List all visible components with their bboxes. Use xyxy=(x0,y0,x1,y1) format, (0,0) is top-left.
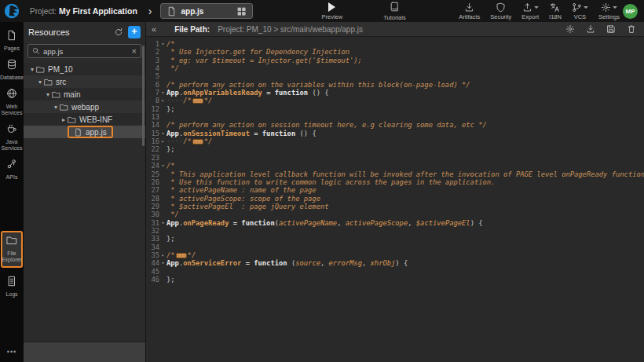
sidebar-item-apis[interactable]: APIs xyxy=(0,155,24,185)
sidebar-item-label: Pages xyxy=(0,46,24,52)
add-resource-button[interactable]: + xyxy=(128,26,141,38)
code-line[interactable]: 24▾/* xyxy=(146,162,644,170)
gear-icon[interactable] xyxy=(565,24,575,34)
left-icon-bar: PagesDatabasesWeb ServicesJava ServicesA… xyxy=(0,22,24,362)
sidebar-item-logs[interactable]: Logs xyxy=(0,272,24,302)
code-line[interactable]: 34 xyxy=(146,243,644,251)
folder-icon xyxy=(52,90,64,99)
code-line[interactable]: 8▸····/*···*/ xyxy=(146,97,644,104)
code-line[interactable]: 15▾App.onSessionTimeout = function () { xyxy=(146,130,644,137)
code-line[interactable]: 13 xyxy=(146,113,644,121)
save-icon[interactable] xyxy=(606,24,616,34)
code-line[interactable]: 7▾App.onAppVariablesReady = function () … xyxy=(146,89,644,97)
vertical-scrollbar[interactable] xyxy=(142,46,145,146)
code-line[interactable]: 23 xyxy=(146,154,644,162)
tree-open-arrow-icon[interactable]: ▾ xyxy=(52,104,60,111)
artifacts-download-icon xyxy=(464,2,474,13)
tree-open-arrow-icon[interactable]: ▾ xyxy=(44,91,52,98)
tree-node-src[interactable]: ▾src xyxy=(24,75,145,88)
tutorials-button[interactable]: Tutorials xyxy=(383,2,405,21)
trash-icon[interactable] xyxy=(627,24,636,34)
code-line[interactable]: 1▾/* xyxy=(146,40,644,48)
settings-button[interactable]: Settings xyxy=(598,2,620,20)
code-line[interactable]: 35▸/*···*/ xyxy=(146,251,644,259)
fold-closed-icon[interactable]: ▸ xyxy=(159,137,166,145)
fold-open-icon[interactable]: ▾ xyxy=(159,89,166,97)
code-line[interactable]: 45 xyxy=(146,268,644,276)
line-number: 24 xyxy=(146,162,159,170)
code-line[interactable]: 33}; xyxy=(146,235,644,243)
tree-node-main[interactable]: ▾main xyxy=(24,88,145,101)
download-icon[interactable] xyxy=(586,24,595,34)
search-input[interactable] xyxy=(43,47,129,56)
fold-open-icon[interactable]: ▾ xyxy=(159,162,166,170)
sidebar-item-databases[interactable]: Databases xyxy=(0,56,24,85)
page-icon xyxy=(6,30,17,44)
fold-closed-icon[interactable]: ▸ xyxy=(159,251,166,259)
tree-node-webapp[interactable]: ▾webapp xyxy=(24,101,145,113)
artifacts-button[interactable]: Artifacts xyxy=(459,2,480,20)
tree-closed-arrow-icon[interactable]: ▸ xyxy=(60,116,68,123)
code-line[interactable]: 14/* perform any action on session timeo… xyxy=(146,121,644,129)
tree-node-label: app.js xyxy=(86,128,107,137)
code-line[interactable]: 22}; xyxy=(146,145,644,153)
sidebar-item-pages[interactable]: Pages xyxy=(0,27,24,56)
code-line[interactable]: 4 */ xyxy=(146,64,644,72)
tree-node-label: src xyxy=(56,78,66,86)
code-line[interactable]: 31▾App.onPageReady = function(activePage… xyxy=(146,219,644,227)
code-line[interactable]: 12}; xyxy=(146,105,644,113)
fold-spacer xyxy=(159,195,166,203)
tree-node-web-inf[interactable]: ▸WEB-INF xyxy=(24,113,145,126)
code-line[interactable]: 32 xyxy=(146,227,644,235)
sidebar-item-file-explorer[interactable]: File Explorer xyxy=(1,231,23,268)
code-line[interactable]: 26 * Use this function to write common l… xyxy=(146,178,644,186)
fold-open-icon[interactable]: ▾ xyxy=(159,130,166,137)
horizontal-scrollbar[interactable] xyxy=(24,342,145,362)
code-line[interactable]: 2 * Use Injector.get for Dependency Inje… xyxy=(146,48,644,56)
code-line[interactable]: 28 * activePageScope: scope of the page xyxy=(146,195,644,203)
sidebar-item-web-services[interactable]: Web Services xyxy=(0,85,24,120)
fold-open-icon[interactable]: ▾ xyxy=(159,40,166,48)
collapsed-code-badge[interactable]: ··· xyxy=(192,139,203,144)
code-line[interactable]: 3 * eg: var $timeout = Injector.get('$ti… xyxy=(146,57,644,64)
i18n-button[interactable]: I18N xyxy=(549,2,562,20)
collapsed-code-badge[interactable]: ··· xyxy=(176,253,187,258)
grid-icon[interactable] xyxy=(236,5,247,16)
avatar[interactable]: MP xyxy=(623,4,638,19)
settings-label: Settings xyxy=(598,13,620,20)
tree-open-arrow-icon[interactable]: ▾ xyxy=(36,79,44,86)
fold-closed-icon[interactable]: ▸ xyxy=(159,97,166,104)
export-button[interactable]: Export xyxy=(521,2,539,20)
code-line[interactable]: 29 * $activePageEl : page jQuery element xyxy=(146,203,644,210)
sidebar-item-java-services[interactable]: Java Services xyxy=(0,120,24,155)
code-line[interactable]: 46}; xyxy=(146,276,644,283)
open-file-tab[interactable]: app.js xyxy=(160,3,253,19)
code-line[interactable]: 25 * This application level callback fun… xyxy=(146,170,644,178)
tree-node-pm_10[interactable]: ▾PM_10 xyxy=(24,63,145,75)
wavemaker-logo-icon[interactable] xyxy=(3,2,20,20)
code-line[interactable]: 16▸····/*···*/ xyxy=(146,137,644,145)
clear-search-icon[interactable]: × xyxy=(132,47,137,55)
book-icon xyxy=(390,2,400,13)
tree-node-app.js[interactable]: app.js xyxy=(24,126,145,138)
code-text: App.onSessionTimeout = function () { xyxy=(166,130,644,137)
fold-open-icon[interactable]: ▾ xyxy=(159,219,166,227)
sidebar-more-button[interactable]: ••• xyxy=(7,348,16,356)
code-line[interactable]: 44▾App.onServiceError = function (source… xyxy=(146,259,644,267)
collapse-panel-icon[interactable]: « xyxy=(149,24,159,34)
code-line[interactable]: 30 */ xyxy=(146,210,644,218)
code-line[interactable]: 27 * activePageName : name of the page xyxy=(146,186,644,194)
code-area[interactable]: 1▾/*2 * Use Injector.get for Dependency … xyxy=(146,37,644,362)
code-line[interactable]: 6/* perform any action on the variables … xyxy=(146,81,644,89)
collapsed-code-badge[interactable]: ··· xyxy=(192,98,203,104)
security-button[interactable]: Security xyxy=(490,2,511,20)
refresh-icon[interactable] xyxy=(114,27,123,37)
folder-icon xyxy=(68,115,79,124)
sidebar-item-label: File Explorer xyxy=(0,250,24,263)
fold-open-icon[interactable]: ▾ xyxy=(159,259,166,267)
vcs-button[interactable]: VCS xyxy=(572,2,588,20)
code-line[interactable]: 5 xyxy=(146,72,644,80)
sidebar-item-label: Web Services xyxy=(0,104,24,116)
tree-open-arrow-icon[interactable]: ▾ xyxy=(28,66,36,73)
preview-button[interactable]: Preview xyxy=(322,2,343,20)
